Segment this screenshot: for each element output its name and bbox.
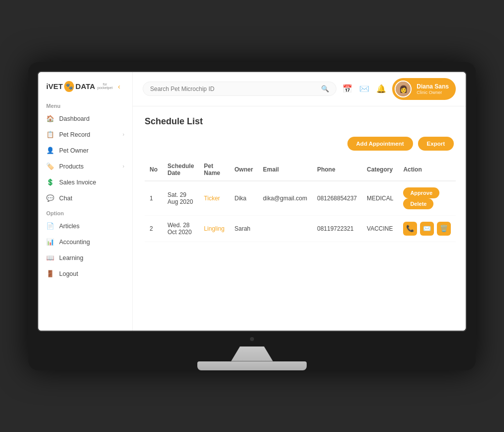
menu-section-label: Menu [38,99,132,111]
sidebar-item-pet-record[interactable]: 📋 Pet Record › [38,127,132,143]
user-profile[interactable]: 👩 Diana Sans Clinic Owner [392,78,456,100]
sidebar-item-label: Pet Owner [59,147,88,154]
sidebar-toggle-button[interactable]: ‹ [114,81,124,92]
export-button[interactable]: Export [418,137,454,151]
sidebar-item-sales-invoice[interactable]: 💲 Sales Invoice [38,174,132,190]
phone-action-button[interactable]: 📞 [403,222,417,236]
cell-email: dika@gmail.com [258,181,312,216]
avatar: 👩 [395,81,412,97]
email-action-button[interactable]: ✉️ [420,222,434,236]
toolbar: Add Appointment Export [145,137,454,151]
sidebar-item-label: Pet Record [59,131,90,138]
col-phone: Phone [312,159,362,181]
sidebar-item-learning[interactable]: 📖 Learning [38,250,132,266]
monitor-dot [250,337,254,341]
chevron-right-icon: › [123,132,124,137]
logo-paw-icon: 🐾 [64,81,74,92]
table-row: 1 Sat. 29 Aug 2020 Ticker Dika dika@gmai… [145,181,456,216]
sidebar-item-label: Dashboard [59,115,89,122]
search-input[interactable] [150,86,317,92]
logo-data-text: DATA [76,82,95,90]
col-schedule-date: Schedule Date [163,159,199,181]
cell-no: 2 [145,215,163,242]
search-box[interactable]: 🔍 [143,82,336,96]
logo: iVET 🐾 DATA for pocketpet [46,81,114,92]
cell-pet-name: Lingling [199,215,229,242]
approve-button[interactable]: Approve [403,187,439,198]
user-role: Clinic Owner [417,90,449,95]
option-section-label: Option [38,206,132,218]
sidebar-item-pet-owner[interactable]: 👤 Pet Owner [38,143,132,159]
sidebar-item-label: Logout [59,270,78,277]
logo-ivet-text: iVET [46,82,63,90]
sidebar: iVET 🐾 DATA for pocketpet ‹ Menu 🏠 Dashb… [38,72,133,331]
cell-phone: 081268854237 [312,181,362,216]
cell-category: VACCINE [362,215,398,242]
schedule-table: No Schedule Date Pet Name Owner Email Ph… [145,159,456,242]
avatar-image: 👩 [396,82,411,96]
sales-invoice-icon: 💲 [46,178,54,186]
delete-button[interactable]: Delete [403,198,433,209]
main-area: 🔍 📅 ✉️ 🔔 👩 Diana Sans Clinic Owner [133,72,466,331]
col-owner: Owner [230,159,258,181]
cell-category: MEDICAL [362,181,398,216]
calendar-icon[interactable]: 📅 [342,84,352,94]
col-category: Category [362,159,398,181]
pet-name-link[interactable]: Ticker [204,195,220,202]
sidebar-item-articles[interactable]: 📄 Articles [38,218,132,234]
chat-icon: 💬 [46,194,54,202]
cell-email [258,215,312,242]
logo-sub-text: for pocketpet [96,83,114,89]
col-no: No [145,159,163,181]
logo-area: iVET 🐾 DATA for pocketpet ‹ [38,72,132,99]
sidebar-item-dashboard[interactable]: 🏠 Dashboard [38,111,132,127]
pet-name-link[interactable]: Lingling [204,225,224,232]
sidebar-item-label: Sales Invoice [59,179,96,186]
user-info: Diana Sans Clinic Owner [417,83,449,95]
sidebar-item-chat[interactable]: 💬 Chat [38,190,132,206]
message-icon[interactable]: ✉️ [359,84,369,94]
accounting-icon: 📊 [46,238,54,246]
cell-owner: Dika [230,181,258,216]
add-appointment-button[interactable]: Add Appointment [347,137,413,151]
notification-icon[interactable]: 🔔 [376,84,386,94]
pet-owner-icon: 👤 [46,147,54,155]
user-name: Diana Sans [417,83,449,90]
cell-no: 1 [145,181,163,216]
search-icon: 🔍 [321,85,329,92]
cell-owner: Sarah [230,215,258,242]
action-icons: 📞 ✉️ 🗑️ [403,222,451,236]
sidebar-item-label: Articles [59,223,80,230]
col-action: Action [398,159,456,181]
table-row: 2 Wed. 28 Oct 2020 Lingling Sarah 081197… [145,215,456,242]
home-icon: 🏠 [46,115,54,123]
articles-icon: 📄 [46,222,54,230]
delete-action-button[interactable]: 🗑️ [437,222,451,236]
sidebar-item-products[interactable]: 🏷️ Products › [38,159,132,174]
cell-pet-name: Ticker [199,181,229,216]
sidebar-item-label: Chat [59,195,72,202]
logout-icon: 🚪 [46,270,54,278]
col-email: Email [258,159,312,181]
cell-schedule-date: Wed. 28 Oct 2020 [163,215,199,242]
cell-action: 📞 ✉️ 🗑️ [398,215,456,242]
learning-icon: 📖 [46,254,54,262]
chevron-right-icon: › [123,164,124,169]
cell-action: Approve Delete [398,181,456,216]
table-header: No Schedule Date Pet Name Owner Email Ph… [145,159,456,181]
col-pet-name: Pet Name [199,159,229,181]
page-title: Schedule List [145,116,454,127]
monitor-stand-neck [222,346,282,361]
sidebar-item-accounting[interactable]: 📊 Accounting [38,234,132,250]
cell-phone: 08119722321 [312,215,362,242]
monitor-stand-base [197,361,307,370]
content-area: Schedule List Add Appointment Export No … [133,106,466,331]
products-icon: 🏷️ [46,163,54,171]
sidebar-item-label: Learning [59,255,84,261]
table-body: 1 Sat. 29 Aug 2020 Ticker Dika dika@gmai… [145,181,456,242]
header-icons: 📅 ✉️ 🔔 [342,84,386,94]
pet-record-icon: 📋 [46,131,54,139]
sidebar-item-label: Accounting [59,239,90,246]
sidebar-item-logout[interactable]: 🚪 Logout [38,266,132,282]
sidebar-item-label: Products [59,163,84,170]
